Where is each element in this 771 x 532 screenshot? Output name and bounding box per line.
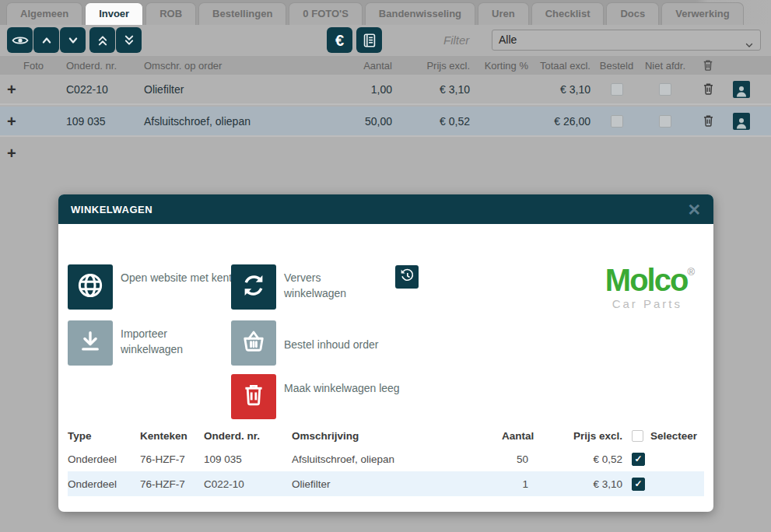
empty-cart-label: Maak winkelwagen leeg — [284, 381, 420, 397]
aantal-cell: 50 — [502, 453, 533, 465]
prijs-cell: € 0,52 — [397, 115, 475, 128]
table-row-selected[interactable]: + 109 035 Afsluitschroef, oliepan 50,00 … — [0, 107, 771, 137]
omschrijving-cell: Afsluitschroef, oliepan — [136, 115, 350, 128]
double-chevron-down-icon — [121, 33, 137, 48]
refresh-cart-button[interactable] — [231, 264, 276, 310]
catalog-button[interactable] — [356, 27, 382, 53]
tab-rob[interactable]: ROB — [145, 2, 196, 25]
brand-subtitle: Car Parts — [581, 297, 695, 310]
col-header-niet-afdr: Niet afdr. — [638, 60, 692, 72]
registered-mark: ® — [687, 266, 695, 278]
type-cell: Onderdeel — [68, 453, 140, 465]
col-header-aantal: Aantal — [350, 60, 397, 72]
chevron-down-icon — [745, 37, 754, 56]
tab-bestellingen[interactable]: Bestellingen — [198, 2, 286, 25]
double-chevron-up-icon — [95, 33, 110, 48]
col-header-prijs: Prijs excl. — [533, 430, 627, 442]
close-icon[interactable]: ✕ — [687, 201, 701, 218]
chevron-up-icon — [39, 33, 54, 48]
move-down-button[interactable] — [60, 27, 86, 53]
niet-afdr-checkbox[interactable] — [659, 115, 671, 128]
filter-selected-value: Alle — [499, 33, 517, 46]
tab-docs[interactable]: Docs — [606, 2, 659, 25]
basket-icon — [240, 327, 268, 359]
col-header-korting: Korting % — [475, 60, 533, 72]
cart-row[interactable]: Onderdeel 76-HZF-7 C022-10 Oliefilter 1 … — [68, 471, 704, 496]
euro-icon: € — [335, 33, 344, 48]
prijs-cell: € 3,10 — [533, 478, 627, 490]
move-bottom-button[interactable] — [116, 27, 142, 53]
kenteken-cell: 76-HZF-7 — [140, 453, 204, 465]
besteld-checkbox[interactable] — [611, 83, 623, 96]
kenteken-cell: 76-HZF-7 — [140, 478, 204, 490]
add-row-button[interactable]: + — [7, 145, 16, 163]
prijs-cell: € 0,52 — [533, 453, 627, 465]
trash-icon[interactable] — [692, 114, 724, 128]
select-row-checkbox[interactable] — [632, 478, 645, 491]
select-all-checkbox[interactable] — [632, 430, 643, 442]
aantal-cell: 1,00 — [350, 83, 397, 96]
col-header-prijs: Prijs excl. — [397, 60, 475, 72]
omschrijving-cell: Oliefilter — [136, 83, 350, 96]
price-button[interactable]: € — [327, 27, 352, 53]
cart-row[interactable]: Onderdeel 76-HZF-7 109 035 Afsluitschroe… — [68, 446, 704, 471]
select-row-checkbox[interactable] — [632, 453, 645, 466]
cart-table: Type Kenteken Onderd. nr. Omschrijving A… — [68, 425, 704, 496]
tab-checklist[interactable]: Checklist — [531, 2, 605, 25]
refresh-cart-label: Ververs winkelwagen — [284, 271, 385, 301]
trash-icon — [240, 382, 267, 411]
table-row[interactable]: + C022-10 Oliefilter 1,00 € 3,10 € 3,10 — [0, 75, 771, 105]
brand-name: Molco — [605, 263, 688, 297]
refresh-icon — [240, 271, 268, 303]
filter-select[interactable]: Alle — [492, 30, 761, 51]
onderd-nr-cell: 109 035 — [204, 453, 292, 465]
dialog-header: WINKELWAGEN ✕ — [58, 194, 713, 224]
totaal-cell: € 26,00 — [533, 115, 595, 128]
niet-afdr-checkbox[interactable] — [659, 83, 671, 96]
move-up-button[interactable] — [33, 27, 59, 53]
aantal-cell: 1 — [502, 478, 533, 490]
row-expander[interactable]: + — [0, 114, 23, 129]
col-header-type: Type — [68, 430, 140, 442]
open-website-button[interactable] — [68, 264, 113, 310]
tab-uren[interactable]: Uren — [478, 2, 529, 25]
view-button[interactable] — [7, 27, 33, 53]
trash-icon[interactable] — [692, 82, 724, 96]
besteld-checkbox[interactable] — [611, 115, 623, 128]
history-button[interactable] — [395, 265, 419, 289]
book-icon — [361, 32, 378, 49]
import-cart-label: Importeer winkelwagen — [121, 327, 222, 357]
empty-cart-button[interactable] — [231, 374, 276, 419]
aantal-cell: 50,00 — [350, 115, 397, 128]
tab-bandenwisseling[interactable]: Bandenwisseling — [365, 2, 475, 25]
tab-bar: Algemeen Invoer ROB Bestellingen 0 FOTO'… — [0, 0, 771, 25]
tab-algemeen[interactable]: Algemeen — [6, 2, 82, 25]
cart-table-header: Type Kenteken Onderd. nr. Omschrijving A… — [68, 425, 704, 446]
totaal-cell: € 3,10 — [533, 83, 595, 96]
molco-logo: Molco® Car Parts — [581, 264, 695, 310]
globe-icon — [75, 271, 105, 303]
col-header-onderd-nr: Onderd. nr. — [58, 60, 136, 72]
order-contents-button[interactable] — [231, 320, 276, 366]
tab-verwerking[interactable]: Verwerking — [661, 2, 743, 25]
dialog-title: WINKELWAGEN — [71, 204, 152, 215]
mechanic-avatar[interactable] — [733, 81, 750, 98]
grid-header: Foto Onderd. nr. Omschr. op order Aantal… — [0, 56, 771, 75]
row-expander[interactable]: + — [0, 82, 23, 97]
omschrijving-cell: Oliefilter — [292, 478, 502, 490]
history-icon — [399, 268, 415, 286]
tab-invoer[interactable]: Invoer — [85, 2, 143, 25]
omschrijving-cell: Afsluitschroef, oliepan — [292, 453, 502, 465]
tab-fotos[interactable]: 0 FOTO'S — [289, 2, 362, 25]
col-header-omschrijving: Omschrijving — [292, 430, 502, 442]
onderd-nr-cell: C022-10 — [204, 478, 292, 490]
chevron-down-icon — [65, 33, 81, 48]
onderd-nr-cell: 109 035 — [58, 115, 136, 128]
import-cart-button[interactable] — [68, 320, 113, 366]
mechanic-avatar[interactable] — [733, 113, 750, 130]
col-header-totaal: Totaal excl. — [533, 60, 595, 72]
col-header-kenteken: Kenteken — [140, 430, 204, 442]
prijs-cell: € 3,10 — [397, 83, 475, 96]
move-top-button[interactable] — [89, 27, 115, 53]
type-cell: Onderdeel — [68, 478, 140, 490]
